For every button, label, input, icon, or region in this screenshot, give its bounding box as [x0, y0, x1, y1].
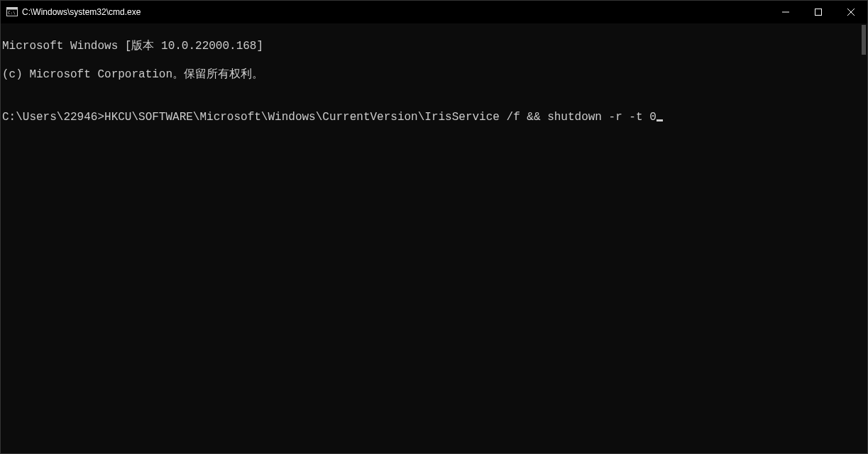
close-icon — [847, 9, 855, 16]
cmd-icon: C:\ — [6, 6, 18, 18]
terminal-prompt: C:\Users\22946> — [2, 111, 104, 124]
scrollbar-track[interactable] — [860, 25, 866, 452]
cmd-window: C:\ C:\Windows\system32\cmd.exe — [0, 0, 868, 454]
terminal-output-line: (c) Microsoft Corporation。保留所有权利。 — [2, 67, 867, 82]
window-controls — [769, 1, 867, 23]
close-button[interactable] — [835, 1, 867, 23]
maximize-button[interactable] — [802, 1, 835, 23]
maximize-icon — [815, 9, 822, 16]
titlebar[interactable]: C:\ C:\Windows\system32\cmd.exe — [1, 1, 867, 23]
minimize-button[interactable] — [769, 1, 802, 23]
terminal-command[interactable]: HKCU\SOFTWARE\Microsoft\Windows\CurrentV… — [104, 111, 657, 124]
terminal-prompt-line: C:\Users\22946>HKCU\SOFTWARE\Microsoft\W… — [2, 110, 867, 124]
window-title: C:\Windows\system32\cmd.exe — [22, 7, 141, 17]
scrollbar-thumb[interactable] — [862, 25, 866, 55]
svg-rect-4 — [815, 9, 822, 16]
terminal-output-line: Microsoft Windows [版本 10.0.22000.168] — [2, 39, 867, 53]
terminal-body[interactable]: Microsoft Windows [版本 10.0.22000.168] (c… — [1, 23, 867, 453]
minimize-icon — [782, 9, 789, 16]
terminal-cursor — [657, 119, 663, 121]
svg-text:C:\: C:\ — [8, 10, 16, 15]
